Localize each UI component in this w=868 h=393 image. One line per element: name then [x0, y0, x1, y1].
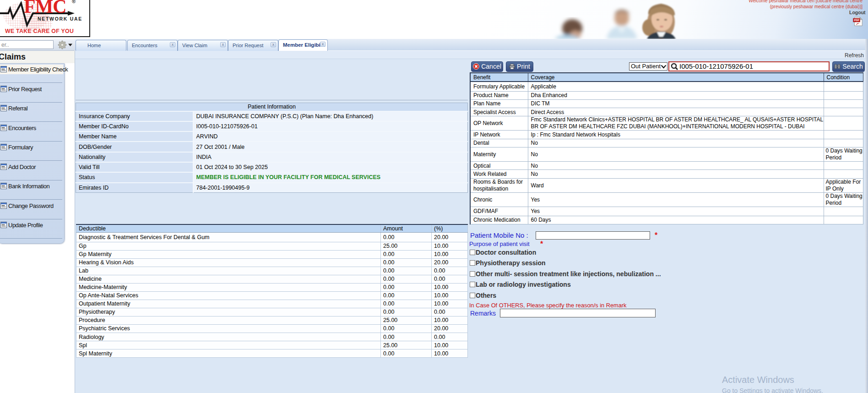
- svg-text:PDF: PDF: [854, 19, 860, 22]
